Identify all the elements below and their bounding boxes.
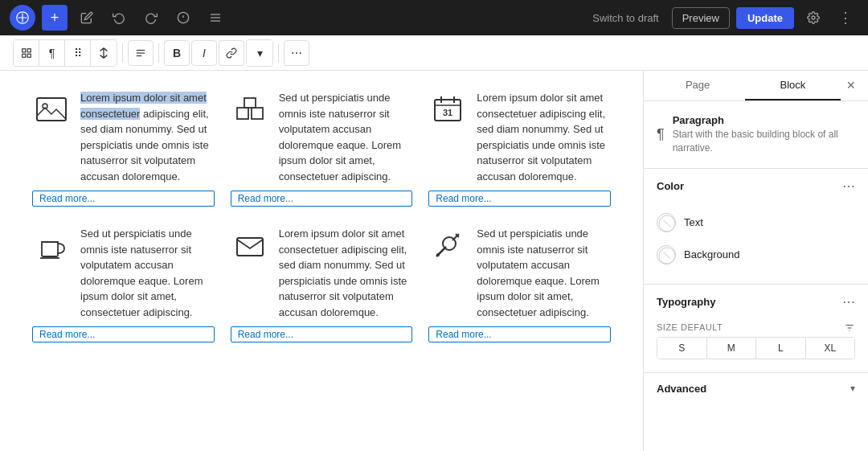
list-item: Lorem ipsum dolor sit ametconsectetuer a…: [32, 90, 215, 207]
svg-rect-10: [27, 54, 31, 57]
tab-block[interactable]: Block: [745, 71, 840, 100]
align-button[interactable]: [128, 40, 154, 66]
text-color-swatch: [657, 213, 676, 232]
advanced-chevron-icon: ▾: [850, 383, 855, 394]
advanced-section-title: Advanced: [657, 383, 706, 395]
advanced-section[interactable]: Advanced ▾: [644, 373, 868, 404]
list-item: Sed ut perspiciatis unde omnis iste natu…: [231, 90, 413, 207]
typography-size-buttons: S M L XL: [657, 337, 855, 359]
toolbar-transform-group: ¶ ⠿: [13, 39, 117, 67]
size-m-button[interactable]: M: [707, 338, 757, 359]
color-section: Color ⋯ Text Background: [644, 169, 868, 285]
post-icon-image: [32, 90, 71, 129]
undo-button[interactable]: [106, 5, 132, 31]
read-more-link-6[interactable]: Read more...: [428, 326, 611, 342]
typography-filter-button[interactable]: [844, 322, 855, 336]
typography-section-body: SIZE DEFAULT S M L XL: [644, 319, 868, 372]
svg-rect-19: [244, 98, 256, 108]
switch-draft-button[interactable]: Switch to draft: [586, 9, 665, 27]
topbar: + Switch to draft Preview Update ⋮: [0, 0, 868, 35]
editor-canvas[interactable]: Lorem ipsum dolor sit ametconsectetuer a…: [0, 71, 643, 451]
post-icon-coffee: [32, 226, 71, 264]
typography-section-header[interactable]: Typography ⋯: [644, 285, 868, 319]
list-item: 31 Lorem ipsum dolor sit amet consectetu…: [428, 90, 611, 207]
svg-rect-8: [22, 48, 25, 51]
bg-color-option[interactable]: Background: [657, 239, 855, 271]
paragraph-block-icon: ¶: [657, 126, 665, 143]
svg-rect-17: [237, 108, 248, 119]
add-block-button[interactable]: +: [42, 5, 68, 31]
post-text-5: Lorem ipsum dolor sit amet consectetuer …: [279, 226, 413, 320]
more-options-button[interactable]: ⋮: [833, 5, 858, 31]
bold-button[interactable]: B: [164, 40, 190, 66]
typography-size-label: SIZE DEFAULT: [657, 322, 723, 332]
read-more-link-4[interactable]: Read more...: [32, 326, 215, 342]
toolbar-separator-1: [122, 43, 123, 63]
toolbar-separator-2: [158, 43, 159, 63]
svg-line-33: [664, 220, 670, 227]
block-sidebar: Page Block × ¶ Paragraph Start with the …: [643, 71, 868, 451]
move-button[interactable]: [91, 40, 117, 66]
svg-point-31: [436, 253, 440, 256]
read-more-link-1[interactable]: Read more...: [32, 191, 215, 207]
sidebar-close-button[interactable]: ×: [841, 74, 862, 97]
size-l-button[interactable]: L: [756, 338, 806, 359]
color-section-header[interactable]: Color ⋯: [644, 169, 868, 203]
italic-button[interactable]: I: [191, 40, 217, 66]
read-more-link-3[interactable]: Read more...: [428, 191, 611, 207]
redo-button[interactable]: [138, 5, 164, 31]
main-area: Lorem ipsum dolor sit ametconsectetuer a…: [0, 71, 868, 451]
svg-text:31: 31: [443, 108, 452, 117]
info-button[interactable]: [170, 5, 196, 31]
drag-button[interactable]: ⠿: [65, 40, 91, 66]
tab-page[interactable]: Page: [650, 71, 745, 100]
post-grid: Lorem ipsum dolor sit ametconsectetuer a…: [32, 90, 611, 342]
svg-rect-26: [237, 238, 263, 256]
list-view-button[interactable]: [203, 5, 228, 31]
svg-line-35: [664, 252, 670, 259]
dropdown-arrow-button[interactable]: ▾: [247, 40, 272, 66]
more-options-toolbar-button[interactable]: ⋯: [284, 40, 309, 66]
post-icon-tools: [428, 226, 467, 264]
block-toolbar: ¶ ⠿ B I ▾ ⋯: [0, 35, 868, 71]
svg-rect-15: [37, 98, 66, 121]
toolbar-dropdown-group: ▾: [246, 39, 273, 67]
post-text-3: Lorem ipsum dolor sit amet consectetuer …: [477, 90, 611, 184]
size-s-button[interactable]: S: [657, 338, 707, 359]
typography-more-button[interactable]: ⋯: [842, 294, 855, 310]
typography-section: Typography ⋯ SIZE DEFAULT S M L XL: [644, 285, 868, 373]
bg-color-swatch: [657, 245, 676, 264]
post-text-2: Sed ut perspiciatis unde omnis iste natu…: [279, 90, 413, 184]
post-icon-mail: [231, 226, 269, 264]
text-color-option[interactable]: Text: [657, 207, 855, 239]
post-text-6: Sed ut perspiciatis unde omnis iste natu…: [477, 226, 611, 320]
transform-button[interactable]: [14, 40, 39, 66]
block-description: Start with the basic building block of a…: [673, 128, 855, 155]
settings-button[interactable]: [800, 5, 826, 31]
svg-rect-11: [22, 54, 25, 57]
paragraph-type-button[interactable]: ¶: [39, 40, 65, 66]
update-button[interactable]: Update: [736, 7, 794, 29]
preview-button[interactable]: Preview: [672, 7, 730, 29]
wp-logo: [10, 5, 35, 31]
color-section-body: Text Background: [644, 203, 868, 284]
svg-rect-18: [252, 108, 263, 119]
post-icon-boxes: [231, 90, 269, 129]
block-title: Paragraph: [673, 114, 855, 126]
edit-icon-button[interactable]: [74, 5, 100, 31]
color-section-title: Color: [657, 180, 684, 192]
size-xl-button[interactable]: XL: [806, 338, 855, 359]
list-item: Lorem ipsum dolor sit amet consectetuer …: [231, 226, 413, 342]
link-button[interactable]: [219, 40, 244, 66]
toolbar-separator-3: [278, 43, 279, 63]
list-item: Sed ut perspiciatis unde omnis iste natu…: [32, 226, 215, 342]
post-text-1: Lorem ipsum dolor sit ametconsectetuer a…: [80, 90, 215, 184]
list-item: Sed ut perspiciatis unde omnis iste natu…: [428, 226, 611, 342]
read-more-link-5[interactable]: Read more...: [231, 326, 413, 342]
svg-rect-9: [27, 48, 31, 51]
post-text-4: Sed ut perspiciatis unde omnis iste natu…: [80, 226, 215, 320]
read-more-link-2[interactable]: Read more...: [231, 191, 413, 207]
color-more-button[interactable]: ⋯: [842, 178, 855, 194]
post-icon-calendar: 31: [428, 90, 467, 129]
text-color-label: Text: [684, 216, 703, 228]
